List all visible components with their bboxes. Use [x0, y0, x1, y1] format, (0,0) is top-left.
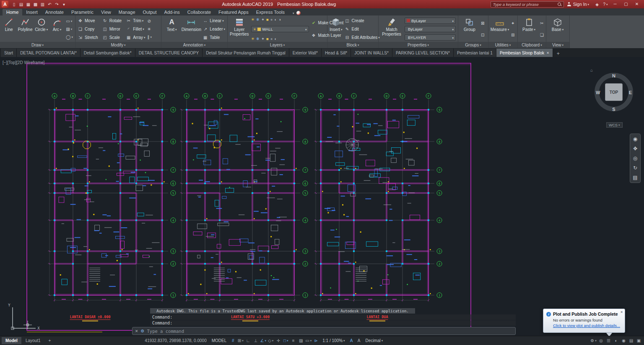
file-tab-detail-struktur-penulangan-rumah-tinggal[interactable]: Detail Struktur Penulangan Rumah Tinggal [203, 49, 289, 57]
clipboard-panel-label[interactable]: Clipboard [518, 42, 546, 48]
layer-lock-icon[interactable]: ✦ [261, 36, 265, 41]
maximize-icon[interactable]: ▢ [621, 0, 631, 8]
graphics-performance-icon[interactable]: ◉ [620, 337, 627, 344]
snap-icon[interactable]: ⊞ [237, 337, 244, 344]
rotate-button[interactable]: ↻Rotate [102, 18, 122, 23]
circle-button[interactable]: Circle [34, 16, 48, 42]
measure-button[interactable]: Measure [491, 16, 509, 42]
block-panel-label[interactable]: Block [327, 42, 378, 48]
close-icon[interactable]: ✕ [631, 0, 642, 8]
cut-button[interactable]: ✂ [540, 21, 544, 26]
model-space-button[interactable]: MODEL [210, 338, 229, 343]
move-button[interactable]: ✥Move [78, 18, 98, 23]
menu-tab-featured-apps[interactable]: Featured Apps [215, 9, 252, 15]
ellipse-button[interactable]: ◯ [66, 35, 73, 39]
viewcube-south[interactable]: S [612, 107, 615, 112]
ungroup-button[interactable]: ⊠ [481, 21, 484, 26]
file-tab-head-sill[interactable]: Head & Sill* [322, 49, 351, 57]
quick-select-button[interactable]: ✦ [511, 21, 514, 26]
dimension-button[interactable]: Dimension [182, 16, 200, 42]
paste-button[interactable]: Paste [520, 16, 538, 42]
linetype-dropdown[interactable]: ByLayer [405, 26, 456, 32]
selection-cycling-icon[interactable]: ▭ [305, 337, 312, 344]
base-button[interactable]: Base [548, 16, 567, 42]
menu-tab-insert[interactable]: Insert [22, 9, 42, 15]
layer-lock-icon[interactable]: ✦ [261, 17, 265, 22]
grid-icon[interactable]: # [229, 337, 236, 344]
leader-button[interactable]: ↗Leader [203, 27, 225, 31]
new-drawing-tab-button[interactable]: + [555, 50, 562, 57]
mirror-button[interactable]: ◫Mirror [102, 27, 122, 31]
copy-button[interactable]: ❏Copy [78, 27, 98, 31]
trim-button[interactable]: ✂Trim [126, 18, 145, 23]
notification-link[interactable]: Click to view plot and publish details..… [553, 323, 622, 328]
fillet-button[interactable]: ◜Fillet [126, 27, 145, 31]
transparency-icon[interactable]: ▨ [297, 337, 304, 344]
save-icon[interactable]: ▦ [25, 2, 32, 7]
annotation-visibility-icon[interactable]: A [348, 337, 355, 344]
dynamic-input-icon[interactable]: ⊳ [312, 337, 319, 344]
drawing-canvas[interactable]: ABCDEF987654321ABCDEF987654321ABCDEF9876… [0, 57, 644, 336]
viewport-controls[interactable]: [−][Top][2D Wireframe] [3, 60, 44, 65]
open-icon[interactable]: ▤ [18, 2, 25, 7]
sign-in-button[interactable]: Sign In [567, 2, 589, 7]
model-tab[interactable]: Model [2, 337, 21, 344]
layer-color-icon[interactable]: ■ [266, 36, 269, 41]
annotation-scale-button[interactable]: 1:1 / 100% [320, 338, 347, 343]
zoom-icon[interactable]: ◎ [633, 155, 637, 161]
orbit-icon[interactable]: ↻ [633, 165, 637, 171]
copy-clip-button[interactable]: ❏ [540, 33, 544, 37]
connect-icon[interactable] [296, 11, 301, 15]
units-button[interactable]: Decimal [364, 338, 385, 343]
store-icon[interactable]: ◈ [593, 2, 601, 7]
file-tab-detail-sambungan-balok[interactable]: Detail Sambungan Balok* [80, 49, 135, 57]
match-properties-button[interactable]: Match Properties [381, 16, 402, 42]
file-tab-parking-level-section[interactable]: PARKING LEVEL SECTION* [392, 49, 454, 57]
file-tab-detail-potongan-lantai[interactable]: DETAIL POTONGAN LANTAI* [17, 49, 80, 57]
array-button[interactable]: ▦Array [126, 35, 145, 40]
edit-attributes-button[interactable]: ⊟Edit Attributes [345, 35, 380, 40]
erase-button[interactable]: ⊘ [148, 19, 152, 23]
saveas-icon[interactable]: ▩ [32, 2, 39, 7]
layer-on-icon[interactable]: ☀ [251, 17, 255, 22]
create-block-button[interactable]: ◫Create [345, 18, 380, 23]
wcs-dropdown[interactable]: WCS [606, 122, 623, 128]
linear-button[interactable]: ↔Linear [203, 18, 225, 23]
edit-block-button[interactable]: ✎Edit [345, 27, 380, 31]
rectangle-button[interactable]: ▭ [66, 19, 73, 23]
layer-isolate-icon[interactable]: ◐ [275, 36, 277, 41]
menu-tab-output[interactable]: Output [139, 9, 161, 15]
text-button[interactable]: A Text [164, 16, 180, 42]
modify-panel-label[interactable]: Modify [75, 42, 161, 48]
explode-button[interactable]: ✳ [148, 27, 152, 31]
layer-off-icon[interactable]: ● [270, 17, 273, 22]
file-tab-detail-structure-canopy[interactable]: DETAIL STRUCTURE CANOPY [135, 49, 203, 57]
layer-off-icon[interactable]: ● [270, 36, 273, 41]
pan-icon[interactable]: ✥ [633, 146, 637, 152]
menu-tab-add-ins[interactable]: Add-ins [161, 9, 184, 15]
scale-button[interactable]: ◰Scale [102, 35, 122, 40]
groups-panel-label[interactable]: Groups [458, 42, 488, 48]
layout1-tab[interactable]: Layout1 [22, 337, 44, 344]
arc-button[interactable]: Arc [50, 16, 64, 42]
minimize-icon[interactable]: ─ [610, 0, 621, 8]
plot-qat-icon[interactable]: ▥ [39, 2, 46, 7]
menu-tab-parametric[interactable]: Parametric [68, 9, 97, 15]
lineweight-display-icon[interactable]: ≡ [290, 337, 297, 344]
layer-color-icon[interactable]: ■ [266, 17, 269, 22]
view-cube[interactable]: ⌂ N S W E TOP [590, 68, 637, 117]
layer-freeze-icon[interactable]: ❄ [256, 17, 260, 22]
stretch-button[interactable]: ⇲Stretch [78, 35, 98, 40]
search-icon[interactable] [558, 3, 561, 6]
ribbon-display-toggle-icon[interactable] [292, 10, 294, 15]
steering-wheel-icon[interactable]: ◉ [633, 136, 637, 142]
search-box[interactable] [491, 1, 564, 8]
autocad-logo-icon[interactable]: A [2, 1, 8, 8]
file-tab-joint-in-walls[interactable]: JOINT IN WALLS* [351, 49, 392, 57]
command-close-icon[interactable]: ✕ [135, 329, 138, 333]
object-color-dropdown[interactable]: ByLayer [405, 18, 456, 24]
new-layout-button[interactable]: + [44, 337, 55, 344]
search-input[interactable] [493, 2, 556, 7]
quick-properties-icon[interactable]: ☰ [605, 337, 612, 344]
polar-tracking-icon[interactable]: ∠ [260, 337, 267, 344]
